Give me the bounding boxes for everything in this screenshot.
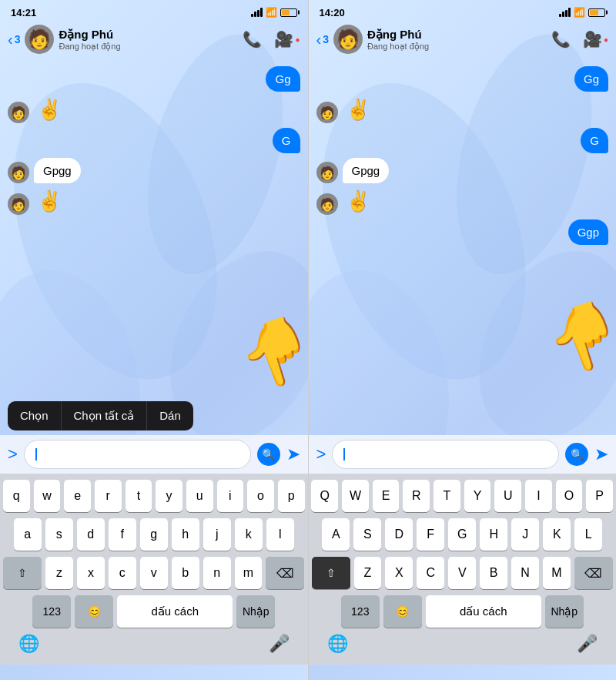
key-emoji-right[interactable]: 😊 [383, 595, 422, 628]
r-msg-avatar-4: 🧑 [316, 162, 338, 183]
text-input-left[interactable] [24, 440, 251, 469]
status-bar-right: 14:20 📶 [309, 0, 617, 22]
video-btn-right[interactable]: 🎥 ● [583, 30, 608, 49]
globe-icon-right[interactable]: 🌐 [327, 634, 348, 654]
key-H[interactable]: H [480, 518, 507, 551]
key-space-left[interactable]: dấu cách [117, 595, 233, 628]
key-i[interactable]: i [217, 480, 244, 512]
key-m[interactable]: m [235, 557, 263, 589]
key-b[interactable]: b [172, 557, 199, 589]
text-input-right[interactable] [332, 440, 559, 469]
key-k[interactable]: k [235, 518, 263, 551]
message-row-1: Gg [8, 66, 300, 92]
key-enter-right[interactable]: Nhập [545, 595, 584, 628]
messages-area-right: Gg 🧑 ✌️ G 🧑 Gpgg 🧑 [309, 60, 617, 435]
key-C[interactable]: C [417, 557, 444, 589]
key-K[interactable]: K [543, 518, 571, 551]
key-u[interactable]: u [186, 480, 213, 512]
key-123-right[interactable]: 123 [341, 595, 380, 628]
key-shift-right[interactable]: ⇧ [312, 557, 350, 589]
search-btn-right[interactable]: 🔍 [565, 443, 588, 466]
video-btn-left[interactable]: 🎥 ● [274, 30, 300, 49]
key-c[interactable]: c [109, 557, 136, 589]
key-t[interactable]: t [126, 480, 152, 512]
globe-icon-left[interactable]: 🌐 [18, 634, 39, 654]
key-a[interactable]: a [14, 518, 42, 551]
contact-status-left: Đang hoạt động [59, 42, 238, 52]
context-menu-dan[interactable]: Dán [147, 401, 193, 430]
key-o[interactable]: o [247, 480, 274, 512]
expand-btn-right[interactable]: > [316, 444, 326, 464]
key-D[interactable]: D [385, 518, 413, 551]
send-btn-left[interactable]: ➤ [286, 444, 300, 464]
key-123-left[interactable]: 123 [32, 595, 71, 628]
key-R[interactable]: R [403, 480, 430, 512]
key-r[interactable]: r [95, 480, 122, 512]
key-B[interactable]: B [480, 557, 507, 589]
input-area-left: Chọn Chọn tất cả Dán > 🔍 ➤ [0, 435, 308, 474]
key-P[interactable]: P [586, 480, 613, 512]
key-S[interactable]: S [353, 518, 381, 551]
mic-icon-left[interactable]: 🎤 [269, 634, 290, 654]
key-l[interactable]: l [266, 518, 294, 551]
context-menu-chon[interactable]: Chọn [8, 401, 62, 430]
key-Z[interactable]: Z [354, 557, 382, 589]
header-actions-right: 📞 🎥 ● [551, 30, 608, 49]
kb-globe-row-right: 🌐 🎤 [312, 628, 614, 662]
key-f[interactable]: f [109, 518, 136, 551]
key-space-right[interactable]: dấu cách [426, 595, 541, 628]
phone-icon-right[interactable]: 📞 [551, 30, 571, 49]
key-d[interactable]: d [77, 518, 105, 551]
key-X[interactable]: X [385, 557, 413, 589]
key-Y[interactable]: Y [464, 480, 491, 512]
key-s[interactable]: s [45, 518, 73, 551]
key-F[interactable]: F [417, 518, 444, 551]
key-G[interactable]: G [448, 518, 476, 551]
key-E[interactable]: E [373, 480, 400, 512]
key-e[interactable]: e [64, 480, 91, 512]
key-O[interactable]: O [556, 480, 583, 512]
keyboard-left: q w e r t y u i o p a s d f g h [0, 474, 308, 665]
phone-icon-left[interactable]: 📞 [243, 30, 262, 49]
expand-btn-left[interactable]: > [8, 444, 18, 464]
key-n[interactable]: n [203, 557, 231, 589]
key-backspace-left[interactable]: ⌫ [266, 557, 304, 589]
key-shift-left[interactable]: ⇧ [3, 557, 42, 589]
key-M[interactable]: M [543, 557, 571, 589]
key-A[interactable]: A [322, 518, 350, 551]
context-menu-chon-tat-ca[interactable]: Chọn tất cả [62, 401, 148, 430]
key-Q[interactable]: Q [311, 480, 338, 512]
key-v[interactable]: v [140, 557, 168, 589]
send-btn-right[interactable]: ➤ [594, 444, 608, 464]
key-h[interactable]: h [172, 518, 199, 551]
key-V[interactable]: V [448, 557, 476, 589]
key-L[interactable]: L [574, 518, 602, 551]
r-message-row-3: G [316, 128, 609, 153]
video-dot-right: ● [604, 35, 608, 44]
key-j[interactable]: j [203, 518, 231, 551]
key-z[interactable]: z [45, 557, 73, 589]
key-I[interactable]: I [525, 480, 552, 512]
key-T[interactable]: T [434, 480, 460, 512]
key-N[interactable]: N [511, 557, 539, 589]
key-J[interactable]: J [511, 518, 539, 551]
key-y[interactable]: y [156, 480, 182, 512]
key-p[interactable]: p [278, 480, 305, 512]
hand-pointer-right: 👆 [537, 290, 616, 385]
key-W[interactable]: W [342, 480, 369, 512]
back-button-left[interactable]: ‹ 3 [8, 32, 20, 47]
key-enter-left[interactable]: Nhập [236, 595, 275, 628]
mic-icon-right[interactable]: 🎤 [577, 634, 598, 654]
video-icon-left: 🎥 [274, 30, 293, 49]
key-x[interactable]: x [77, 557, 105, 589]
key-U[interactable]: U [494, 480, 521, 512]
chat-header-left: ‹ 3 🧑 Đặng Phú Đang hoạt động 📞 🎥 ● [0, 22, 308, 60]
kb-row2-right: A S D F G H J K L [312, 518, 614, 551]
key-q[interactable]: q [3, 480, 30, 512]
key-g[interactable]: g [140, 518, 168, 551]
key-w[interactable]: w [34, 480, 61, 512]
search-btn-left[interactable]: 🔍 [257, 443, 280, 466]
back-button-right[interactable]: ‹ 3 [316, 32, 329, 47]
key-backspace-right[interactable]: ⌫ [574, 557, 613, 589]
key-emoji-left[interactable]: 😊 [75, 595, 113, 628]
